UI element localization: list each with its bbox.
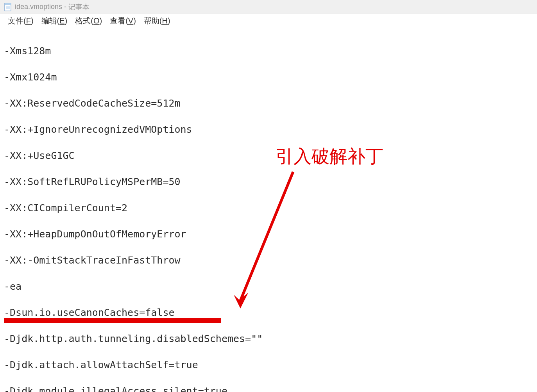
svg-rect-1 (5, 3, 11, 5)
text-editor-content[interactable]: -Xms128m -Xmx1024m -XX:ReservedCodeCache… (0, 28, 537, 392)
text-line: -XX:CICompilerCount=2 (4, 201, 533, 215)
notepad-icon (4, 2, 12, 12)
text-line: -XX:-OmitStackTraceInFastThrow (4, 254, 533, 267)
text-line: -Dsun.io.useCanonCaches=false (4, 306, 533, 319)
menu-format[interactable]: 格式(O) (71, 14, 106, 28)
titlebar: idea.vmoptions - 记事本 (0, 0, 537, 14)
text-line: -XX:+UseG1GC (4, 149, 533, 162)
window-title-appname: 记事本 (68, 2, 90, 12)
text-line: -Xms128m (4, 45, 533, 58)
text-line: -Djdk.module.illegalAccess.silent=true (4, 385, 533, 392)
text-line: -Djdk.attach.allowAttachSelf=true (4, 358, 533, 372)
menu-help[interactable]: 帮助(H) (140, 14, 174, 28)
menu-file[interactable]: 文件(F) (4, 14, 38, 28)
text-line: -XX:SoftRefLRUPolicyMSPerMB=50 (4, 175, 533, 189)
menu-edit[interactable]: 编辑(E) (38, 14, 72, 28)
window-title-filename: idea.vmoptions (15, 3, 62, 11)
text-line: -XX:ReservedCodeCacheSize=512m (4, 97, 533, 110)
text-line: -XX:+IgnoreUnrecognizedVMOptions (4, 123, 533, 136)
menubar: 文件(F) 编辑(E) 格式(O) 查看(V) 帮助(H) (0, 14, 537, 28)
menu-view[interactable]: 查看(V) (106, 14, 140, 28)
text-line: -Djdk.http.auth.tunneling.disabledScheme… (4, 332, 533, 346)
text-line: -XX:+HeapDumpOnOutOfMemoryError (4, 228, 533, 241)
text-line: -Xmx1024m (4, 71, 533, 84)
text-line: -ea (4, 280, 533, 293)
window-title-separator: - (62, 3, 68, 11)
